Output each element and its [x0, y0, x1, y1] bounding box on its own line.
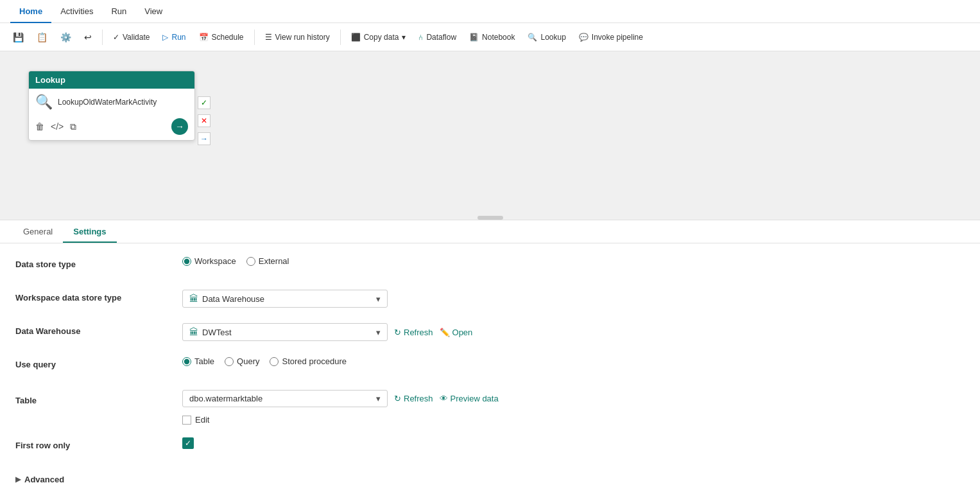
table-dropdown[interactable]: dbo.watermarktable ▾ [182, 390, 388, 407]
workspace-radio-label: Workspace [194, 256, 236, 266]
query-radio-option[interactable]: Query [225, 356, 259, 366]
table-label: Table [15, 392, 182, 405]
tab-view[interactable]: View [135, 0, 171, 23]
first-row-only-control: ✓ [182, 437, 194, 449]
query-radio-label: Query [237, 356, 259, 366]
x-icon: ✕ [201, 116, 207, 125]
run-button[interactable]: ▷ Run [157, 30, 191, 45]
refresh-dw-label: Refresh [404, 328, 433, 337]
tab-general[interactable]: General [13, 220, 63, 243]
lookup-toolbar-label: Lookup [540, 33, 565, 42]
tab-activities[interactable]: Activities [51, 0, 102, 23]
schedule-label: Schedule [212, 33, 244, 42]
data-store-type-label: Data store type [15, 256, 182, 269]
validate-button[interactable]: ✓ Validate [108, 30, 155, 45]
pipeline-canvas[interactable]: Lookup 🔍 LookupOldWaterMarkActivity 🗑 </… [0, 51, 980, 220]
use-query-control: Table Query Stored procedure [182, 356, 347, 366]
dw-chevron-down-icon: ▾ [376, 328, 381, 337]
external-radio-option[interactable]: External [246, 256, 289, 266]
chevron-right-icon: ▶ [15, 475, 21, 484]
top-nav-bar: Home Activities Run View [0, 0, 980, 23]
notebook-label: Notebook [482, 33, 515, 42]
schedule-button[interactable]: 📅 Schedule [194, 30, 249, 45]
edit-label: Edit [195, 415, 209, 425]
tab-run[interactable]: Run [102, 0, 135, 23]
check-icon: ✓ [201, 98, 207, 107]
data-warehouse-control: 🏛 DWTest ▾ ↻ Refresh ✏️ Open [182, 323, 472, 341]
workspace-data-store-dropdown-inner: 🏛 Data Warehouse [189, 294, 264, 304]
preview-data-label: Preview data [451, 394, 499, 403]
workspace-radio-option[interactable]: Workspace [182, 256, 236, 266]
dw-icon: 🏛 [189, 327, 198, 337]
view-run-history-button[interactable]: ☰ View run history [260, 30, 335, 45]
run-label: Run [171, 33, 185, 42]
arrow-badge[interactable]: → [198, 132, 211, 145]
invoke-pipeline-button[interactable]: 💬 Invoke pipeline [574, 30, 648, 45]
table-dropdown-inner: dbo.watermarktable [189, 394, 262, 403]
publish-button[interactable]: 📋 [31, 29, 53, 46]
dataflow-button[interactable]: ⑃ Dataflow [413, 30, 461, 45]
main-container: Lookup 🔍 LookupOldWaterMarkActivity 🗑 </… [0, 51, 980, 501]
history-icon: ☰ [265, 33, 272, 42]
save-icon: 💾 [13, 32, 24, 42]
preview-data-icon: 👁 [440, 394, 448, 403]
copy-icon[interactable]: ⧉ [70, 121, 76, 132]
table-control: dbo.watermarktable ▾ ↻ Refresh 👁 Preview… [182, 390, 499, 407]
refresh-table-label: Refresh [404, 394, 433, 403]
schedule-icon: 📅 [199, 33, 209, 42]
first-row-only-label: First row only [15, 437, 182, 450]
copy-data-chevron-icon: ▾ [402, 33, 406, 42]
error-badge[interactable]: ✕ [198, 114, 211, 127]
refresh-table-button[interactable]: ↻ Refresh [394, 394, 433, 403]
query-radio[interactable] [225, 357, 234, 366]
copy-data-label: Copy data [364, 33, 399, 42]
invoke-pipeline-icon: 💬 [579, 33, 589, 42]
edit-checkbox-label[interactable]: Edit [182, 415, 209, 425]
table-radio[interactable] [182, 357, 191, 366]
notebook-button[interactable]: 📓 Notebook [464, 30, 520, 45]
data-warehouse-dropdown[interactable]: 🏛 DWTest ▾ [182, 323, 388, 341]
undo-button[interactable]: ↩ [79, 29, 97, 46]
workspace-data-store-type-row: Workspace data store type 🏛 Data Warehou… [15, 290, 965, 310]
advanced-row[interactable]: ▶ Advanced [15, 471, 965, 488]
data-store-type-radio-group: Workspace External [182, 256, 289, 266]
workspace-radio[interactable] [182, 257, 191, 266]
table-radio-label: Table [194, 356, 214, 366]
lookup-toolbar-button[interactable]: 🔍 Lookup [522, 30, 571, 45]
copy-data-button[interactable]: ⬛ Copy data ▾ [346, 30, 411, 45]
settings-content: Data store type Workspace External [0, 243, 980, 501]
external-radio-label: External [259, 256, 289, 266]
toolbar: 💾 📋 ⚙️ ↩ ✓ Validate ▷ Run 📅 Schedule ☰ V… [0, 23, 980, 51]
next-arrow-button[interactable]: → [171, 118, 188, 135]
publish-icon: 📋 [37, 32, 47, 42]
lookup-activity-card[interactable]: Lookup 🔍 LookupOldWaterMarkActivity 🗑 </… [28, 71, 195, 141]
success-badge[interactable]: ✓ [198, 96, 211, 109]
external-radio[interactable] [246, 257, 255, 266]
resize-handle[interactable] [477, 216, 503, 220]
stored-procedure-radio-option[interactable]: Stored procedure [270, 356, 346, 366]
refresh-dw-button[interactable]: ↻ Refresh [394, 328, 433, 337]
use-query-row: Use query Table Query Stored [15, 356, 965, 377]
open-dw-label: Open [452, 328, 473, 337]
edit-checkbox-row: Edit [182, 411, 209, 425]
tab-home[interactable]: Home [10, 0, 51, 23]
card-side-badges: ✓ ✕ → [198, 96, 211, 145]
stored-procedure-radio[interactable] [270, 357, 279, 366]
first-row-only-checkbox[interactable]: ✓ [182, 437, 194, 449]
chevron-down-icon: ▾ [376, 294, 381, 304]
save-button[interactable]: 💾 [8, 29, 29, 46]
preview-data-button[interactable]: 👁 Preview data [440, 394, 499, 403]
lookup-card-title: Lookup [35, 75, 65, 85]
table-row-inner: Table dbo.watermarktable ▾ ↻ Refresh [15, 390, 499, 407]
edit-checkbox[interactable] [182, 416, 191, 425]
open-dw-button[interactable]: ✏️ Open [440, 328, 473, 337]
checkmark-icon: ✓ [113, 33, 119, 42]
code-icon[interactable]: </> [51, 121, 64, 132]
dataflow-label: Dataflow [426, 33, 456, 42]
workspace-data-store-dropdown[interactable]: 🏛 Data Warehouse ▾ [182, 290, 388, 308]
delete-icon[interactable]: 🗑 [35, 121, 44, 132]
tab-settings[interactable]: Settings [63, 220, 116, 243]
gear-icon: ⚙️ [60, 32, 71, 42]
table-radio-option[interactable]: Table [182, 356, 214, 366]
settings-button[interactable]: ⚙️ [55, 29, 76, 46]
